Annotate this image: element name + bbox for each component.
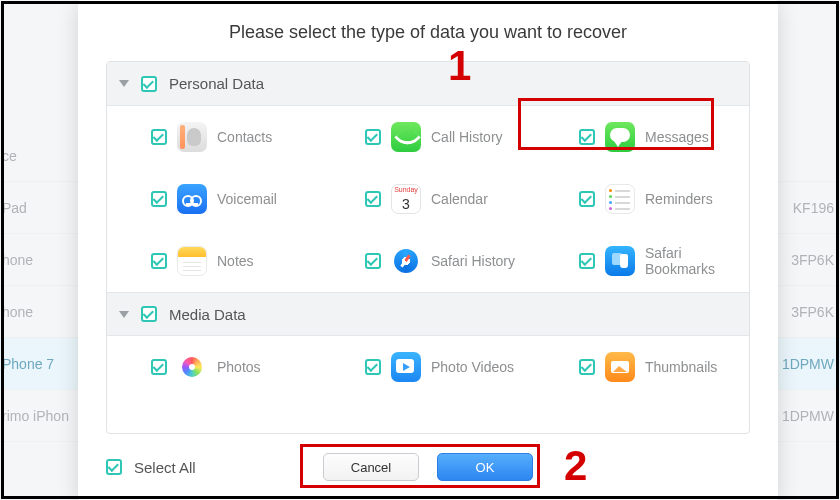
contacts-icon [177, 122, 207, 152]
section-header-personal[interactable]: Personal Data [107, 62, 749, 106]
modal-title: Please select the type of data you want … [78, 0, 778, 61]
checkbox[interactable] [579, 253, 595, 269]
checkbox[interactable] [579, 129, 595, 145]
item-voicemail[interactable]: Voicemail [107, 168, 321, 230]
item-label: Call History [431, 129, 503, 145]
bg-cell: ce [2, 148, 17, 164]
checkbox[interactable] [365, 359, 381, 375]
cancel-button[interactable]: Cancel [323, 453, 419, 481]
item-label: Contacts [217, 129, 272, 145]
checkbox-media-all[interactable] [141, 306, 157, 322]
item-safari-bookmarks[interactable]: Safari Bookmarks [535, 230, 749, 292]
photos-icon [177, 352, 207, 382]
calendar-weekday: Sunday [392, 185, 420, 194]
item-contacts[interactable]: Contacts [107, 106, 321, 168]
safari-history-icon [391, 246, 421, 276]
bg-cell: hone [2, 252, 33, 268]
personal-grid: Contacts Call History Messages Voicemail [107, 106, 749, 292]
bg-cell: 3FP6K [791, 252, 834, 268]
select-all-label: Select All [134, 459, 196, 476]
checkbox[interactable] [579, 359, 595, 375]
calendar-day: 3 [392, 194, 420, 213]
checkbox[interactable] [365, 191, 381, 207]
bg-cell: 3FP6K [791, 304, 834, 320]
data-type-panel: Personal Data Contacts Call History Mess… [106, 61, 750, 434]
checkbox[interactable] [365, 253, 381, 269]
item-thumbnails[interactable]: Thumbnails [535, 336, 749, 398]
checkbox[interactable] [151, 253, 167, 269]
section-header-media[interactable]: Media Data [107, 292, 749, 336]
checkbox-personal-all[interactable] [141, 76, 157, 92]
bg-cell: KF196 [793, 200, 834, 216]
media-grid: Photos Photo Videos Thumbnails [107, 336, 749, 398]
checkbox[interactable] [151, 359, 167, 375]
item-photo-videos[interactable]: Photo Videos [321, 336, 535, 398]
item-label: Voicemail [217, 191, 277, 207]
item-photos[interactable]: Photos [107, 336, 321, 398]
item-label: Safari Bookmarks [645, 245, 749, 277]
item-label: Messages [645, 129, 709, 145]
item-notes[interactable]: Notes [107, 230, 321, 292]
item-call-history[interactable]: Call History [321, 106, 535, 168]
reminders-icon [605, 184, 635, 214]
bg-cell: hone [2, 304, 33, 320]
section-label: Personal Data [169, 75, 264, 92]
item-messages[interactable]: Messages [535, 106, 749, 168]
bg-cell: rimo iPhon [2, 408, 69, 424]
item-reminders[interactable]: Reminders [535, 168, 749, 230]
section-label: Media Data [169, 306, 246, 323]
item-label: Photo Videos [431, 359, 514, 375]
item-label: Notes [217, 253, 254, 269]
item-label: Photos [217, 359, 261, 375]
notes-icon [177, 246, 207, 276]
phone-icon [391, 122, 421, 152]
checkbox[interactable] [579, 191, 595, 207]
modal-footer: Select All Cancel OK [78, 434, 778, 500]
checkbox[interactable] [365, 129, 381, 145]
chevron-down-icon [119, 80, 129, 87]
select-all-row[interactable]: Select All [106, 459, 196, 476]
bg-cell: 1DPMW [782, 408, 834, 424]
checkbox-select-all[interactable] [106, 459, 122, 475]
item-safari-history[interactable]: Safari History [321, 230, 535, 292]
photo-videos-icon [391, 352, 421, 382]
ok-button[interactable]: OK [437, 453, 533, 481]
bg-cell: Pad [2, 200, 27, 216]
item-label: Thumbnails [645, 359, 717, 375]
checkbox[interactable] [151, 191, 167, 207]
item-label: Reminders [645, 191, 713, 207]
item-label: Safari History [431, 253, 515, 269]
item-calendar[interactable]: Sunday 3 Calendar [321, 168, 535, 230]
calendar-icon: Sunday 3 [391, 184, 421, 214]
recover-type-modal: Please select the type of data you want … [78, 0, 778, 500]
chevron-down-icon [119, 311, 129, 318]
safari-bookmarks-icon [605, 246, 635, 276]
messages-icon [605, 122, 635, 152]
item-label: Calendar [431, 191, 488, 207]
voicemail-icon [177, 184, 207, 214]
bg-cell: Phone 7 [2, 356, 54, 372]
bg-cell: 1DPMW [782, 356, 834, 372]
checkbox[interactable] [151, 129, 167, 145]
thumbnails-icon [605, 352, 635, 382]
